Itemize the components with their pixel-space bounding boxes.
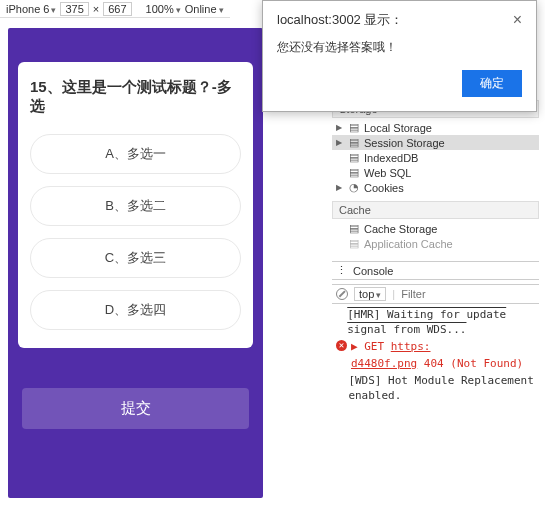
submit-button[interactable]: 提交 — [22, 388, 249, 429]
database-icon: ▤ — [348, 136, 360, 149]
width-input[interactable]: 375 — [60, 2, 88, 16]
network-select[interactable]: Online — [185, 3, 224, 15]
alert-message: 您还没有选择答案哦！ — [263, 33, 536, 70]
tree-item-cookies[interactable]: ▶◔Cookies — [332, 180, 539, 195]
cache-heading: Cache — [332, 201, 539, 219]
tree-item-app-cache[interactable]: ▤Application Cache — [332, 236, 539, 251]
close-icon[interactable]: × — [513, 11, 522, 29]
alert-title: localhost:3002 显示： — [277, 11, 403, 29]
console-error-row: ✕ ▶ GET https: — [334, 338, 537, 355]
cache-tree: ▤Cache Storage ▤Application Cache — [332, 219, 539, 257]
tree-item-indexeddb[interactable]: ▤IndexedDB — [332, 150, 539, 165]
alert-ok-button[interactable]: 确定 — [462, 70, 522, 97]
question-card: 15、这里是一个测试标题？-多选 A、多选一 B、多选二 C、多选三 D、多选四 — [18, 62, 253, 348]
dim-separator: × — [93, 3, 99, 15]
console-tab[interactable]: Console — [353, 265, 393, 277]
console-error-row: d4480f.png 404 (Not Found) — [334, 355, 537, 372]
question-title: 15、这里是一个测试标题？-多选 — [30, 78, 241, 116]
console-filter-bar: top | — [332, 284, 539, 304]
storage-tree: ▶▤Local Storage ▶▤Session Storage ▤Index… — [332, 118, 539, 201]
database-icon: ▤ — [348, 222, 360, 235]
mobile-preview: 15、这里是一个测试标题？-多选 A、多选一 B、多选二 C、多选三 D、多选四… — [8, 28, 263, 498]
database-icon: ▤ — [348, 237, 360, 250]
tree-item-session-storage[interactable]: ▶▤Session Storage — [332, 135, 539, 150]
option-d[interactable]: D、多选四 — [30, 290, 241, 330]
zoom-select[interactable]: 100% — [146, 3, 181, 15]
console-output: [HMR] Waiting for update signal from WDS… — [332, 304, 539, 406]
database-icon: ▤ — [348, 166, 360, 179]
tree-item-local-storage[interactable]: ▶▤Local Storage — [332, 120, 539, 135]
console-menu-icon[interactable]: ⋮ — [336, 264, 347, 277]
height-input[interactable]: 667 — [103, 2, 131, 16]
console-scope[interactable]: top — [354, 287, 386, 301]
database-icon: ▤ — [348, 121, 360, 134]
console-toolbar: ⋮ Console — [332, 261, 539, 280]
console-log-row: [WDS] Hot Module Replacement enabled. — [334, 372, 537, 404]
tree-item-cache-storage[interactable]: ▤Cache Storage — [332, 221, 539, 236]
option-a[interactable]: A、多选一 — [30, 134, 241, 174]
option-c[interactable]: C、多选三 — [30, 238, 241, 278]
clear-console-icon[interactable] — [336, 288, 348, 300]
devtools-panel: Storage ▶▤Local Storage ▶▤Session Storag… — [332, 100, 539, 499]
device-toolbar: iPhone 6 375 × 667 100% Online — [0, 0, 230, 18]
console-filter-input[interactable] — [401, 288, 461, 300]
javascript-alert: localhost:3002 显示： × 您还没有选择答案哦！ 确定 — [262, 0, 537, 112]
error-icon: ✕ — [336, 340, 347, 351]
device-select[interactable]: iPhone 6 — [6, 3, 56, 15]
cookie-icon: ◔ — [348, 181, 360, 194]
database-icon: ▤ — [348, 151, 360, 164]
console-log-row: [HMR] Waiting for update signal from WDS… — [334, 306, 537, 338]
option-b[interactable]: B、多选二 — [30, 186, 241, 226]
tree-item-websql[interactable]: ▤Web SQL — [332, 165, 539, 180]
